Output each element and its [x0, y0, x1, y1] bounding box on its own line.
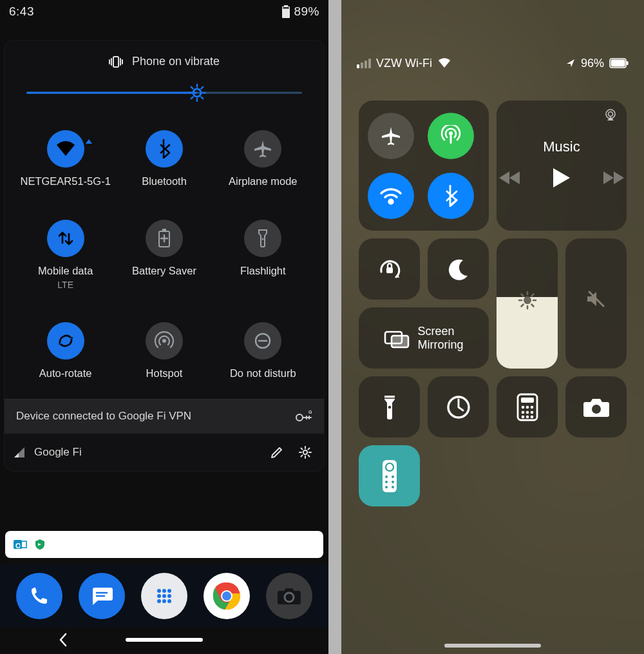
- media-play-button[interactable]: [552, 167, 571, 189]
- android-screenshot: 6:43 89% Phone on vibrate: [0, 0, 328, 654]
- brightness-track-fg: [26, 92, 197, 94]
- timer-icon: [445, 394, 472, 421]
- svg-point-24: [167, 599, 171, 603]
- svg-point-22: [157, 599, 161, 603]
- media-next-button[interactable]: [602, 170, 624, 186]
- brightness-icon: [518, 291, 537, 310]
- svg-rect-3: [113, 57, 118, 67]
- vpn-key-icon: G: [296, 410, 312, 423]
- qs-tile-sublabel: LTE: [57, 280, 73, 290]
- svg-point-55: [592, 405, 601, 414]
- battery-icon: [609, 58, 629, 68]
- ios-status-bar: VZW Wi-Fi 96%: [341, 45, 644, 81]
- battery-pct: 89%: [294, 5, 319, 19]
- pencil-icon: [270, 445, 284, 459]
- flashlight-toggle[interactable]: [359, 376, 420, 438]
- qs-tile-label: Do not disturb: [230, 367, 296, 380]
- qs-tile-mobiledata[interactable]: Mobile data LTE: [17, 220, 113, 290]
- svg-point-23: [162, 599, 166, 603]
- cellular-data-toggle[interactable]: [428, 113, 474, 159]
- svg-point-47: [526, 405, 529, 409]
- volume-muted-icon: [585, 289, 607, 309]
- qs-tile-hotspot[interactable]: Hotspot: [116, 322, 212, 380]
- qs-tile-label: Auto-rotate: [39, 367, 92, 380]
- media-control-card[interactable]: Music: [497, 101, 627, 231]
- svg-point-7: [262, 238, 264, 240]
- qs-tile-battery-saver[interactable]: Battery Saver: [116, 220, 212, 290]
- qs-tile-wifi[interactable]: NETGEAR51-5G-1: [17, 130, 113, 188]
- svg-rect-30: [627, 61, 629, 65]
- screen-mirroring-button[interactable]: Screen Mirroring: [359, 307, 489, 369]
- svg-rect-40: [392, 336, 408, 347]
- apple-tv-remote-button[interactable]: [359, 445, 420, 506]
- camera-button[interactable]: [565, 376, 627, 438]
- calculator-button[interactable]: [497, 376, 558, 438]
- android-quick-settings-panel: Phone on vibrate: [4, 40, 325, 472]
- wifi-icon: [437, 57, 451, 69]
- qs-tile-flashlight[interactable]: Flashlight: [215, 220, 311, 290]
- svg-point-27: [222, 591, 231, 601]
- airplane-mode-toggle[interactable]: [368, 113, 414, 159]
- connectivity-card: [359, 101, 489, 231]
- qs-tile-bluetooth[interactable]: Bluetooth: [116, 130, 212, 188]
- brightness-knob[interactable]: [188, 84, 206, 102]
- qs-tile-airplane[interactable]: Airplane mode: [215, 130, 311, 188]
- timer-button[interactable]: [428, 376, 489, 438]
- battery-pct: 96%: [581, 57, 604, 70]
- svg-text:G: G: [308, 410, 312, 414]
- battery-icon: [282, 5, 290, 18]
- dock-chrome[interactable]: [204, 573, 250, 619]
- bluetooth-icon: [146, 130, 183, 168]
- chevron-left-icon: [58, 633, 68, 647]
- battery-saver-icon: [146, 220, 183, 257]
- notification-strip[interactable]: O: [5, 531, 323, 558]
- signal-bars-icon: [357, 59, 371, 68]
- media-controls: [499, 167, 624, 189]
- home-indicator[interactable]: [444, 644, 541, 648]
- qs-tile-autorotate[interactable]: Auto-rotate: [17, 322, 113, 380]
- qs-tile-dnd[interactable]: Do not disturb: [215, 322, 311, 380]
- moon-icon: [446, 256, 471, 282]
- back-button[interactable]: [58, 633, 68, 647]
- camera-icon: [277, 586, 301, 606]
- svg-point-61: [392, 481, 394, 483]
- chevron-up-icon[interactable]: [86, 139, 92, 144]
- svg-point-16: [157, 589, 161, 593]
- dock-messages[interactable]: [79, 573, 125, 619]
- home-pill[interactable]: [126, 638, 203, 642]
- svg-point-51: [530, 410, 533, 414]
- dnd-toggle[interactable]: [428, 238, 489, 300]
- wifi-toggle[interactable]: [368, 173, 414, 219]
- svg-point-53: [526, 415, 529, 418]
- svg-point-48: [530, 405, 533, 409]
- svg-point-62: [385, 486, 388, 488]
- vibrate-icon: [109, 55, 123, 68]
- dock-camera[interactable]: [266, 573, 312, 619]
- svg-point-46: [521, 405, 524, 409]
- svg-point-59: [392, 476, 394, 478]
- ringer-mode-header[interactable]: Phone on vibrate: [14, 52, 315, 68]
- svg-point-42: [388, 405, 391, 409]
- settings-button[interactable]: [296, 443, 315, 462]
- svg-point-34: [389, 200, 393, 204]
- media-prev-button[interactable]: [499, 170, 521, 186]
- dock-phone[interactable]: [16, 573, 62, 619]
- mobile-data-icon: [47, 220, 84, 257]
- orientation-lock-toggle[interactable]: [359, 238, 420, 300]
- bluetooth-toggle[interactable]: [428, 173, 474, 219]
- volume-slider[interactable]: [565, 238, 627, 369]
- svg-rect-2: [283, 7, 289, 8]
- brightness-slider[interactable]: [497, 238, 558, 369]
- edit-button[interactable]: [267, 443, 287, 462]
- dock-app-drawer[interactable]: [141, 573, 187, 619]
- svg-point-50: [526, 410, 529, 414]
- brightness-slider[interactable]: [26, 80, 302, 106]
- clock: 6:43: [9, 5, 34, 19]
- vpn-notice-row[interactable]: Device connected to Google Fi VPN G: [5, 399, 324, 433]
- airplay-icon[interactable]: [603, 108, 618, 121]
- svg-point-60: [385, 481, 388, 483]
- orientation-lock-icon: [375, 255, 404, 284]
- camera-icon: [582, 396, 611, 418]
- svg-point-52: [521, 415, 524, 418]
- media-title: Music: [543, 139, 580, 155]
